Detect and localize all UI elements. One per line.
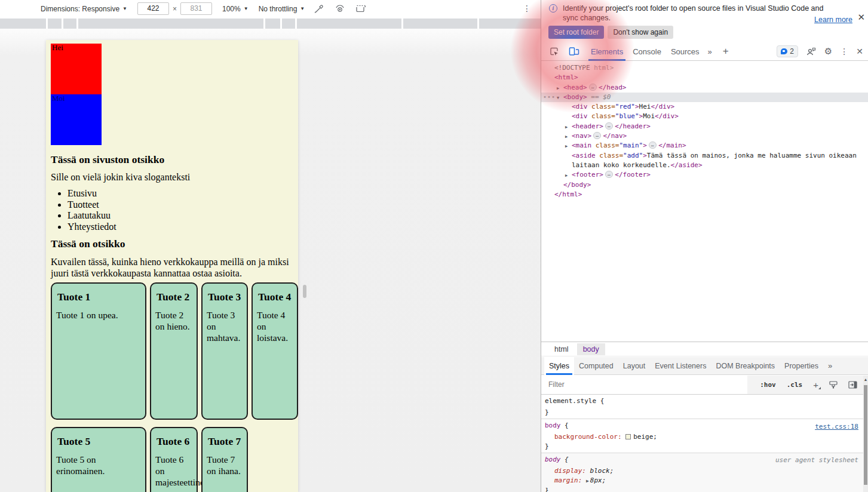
elements-breadcrumb: html body [541,342,868,356]
height-input[interactable]: 831 [180,2,212,15]
device-toolbar-menu-icon[interactable]: ⋮ [523,4,531,13]
set-root-folder-button[interactable]: Set root folder [548,26,604,39]
page-viewport[interactable]: Hei Moi Tässä on sivuston otsikko Sille … [46,40,298,492]
product-text: Tuote 3 on mahtava. [206,309,244,343]
tab-sources[interactable]: Sources [671,42,700,61]
device-toolbar-toggle-icon[interactable] [569,46,579,57]
expand-arrow-open-icon[interactable]: ▼ [557,93,559,103]
dom-tree-node[interactable]: laitaan koko korkeudelle.</aside> [541,161,868,170]
styles-tab-properties[interactable]: Properties [780,357,823,375]
width-input[interactable]: 422 [137,2,169,15]
open-panel-icon[interactable] [848,381,857,389]
new-style-rule-icon[interactable]: + [813,380,818,390]
dom-tree-node[interactable]: ▶<header>…</header> [541,122,868,131]
toggle-cls-button[interactable]: .cls [787,381,803,389]
collapsed-content-icon: … [605,171,613,178]
scrollbar-thumb[interactable] [864,385,867,485]
product-title: Tuote 6 [154,435,194,448]
css-selector[interactable]: body [545,456,561,463]
expand-arrow-icon[interactable]: ▶ [565,142,568,151]
infobar-close-icon[interactable]: ✕ [857,12,865,23]
css-selector[interactable]: body [545,422,561,429]
dom-tree-node[interactable]: <aside class="add">Tämä tässä on mainos,… [541,151,868,161]
add-tab-icon[interactable]: + [723,45,729,57]
screenshot-icon[interactable] [355,4,366,13]
dimensions-caret-icon: ▼ [122,6,127,11]
settings-gear-icon[interactable]: ⚙ [824,46,832,57]
styles-scrollbar[interactable]: ▲ [863,376,868,492]
css-rule[interactable]: body {user agent stylesheetdisplay: bloc… [541,453,863,492]
styles-tab-computed[interactable]: Computed [574,357,618,375]
css-property[interactable]: background-color: beige; [541,432,863,442]
issues-counter[interactable]: 2 [777,45,798,57]
node-menu-dots-icon[interactable]: ••• [543,93,556,102]
feedback-icon[interactable] [806,47,817,56]
stylesheet-link[interactable]: test.css:18 [815,423,858,430]
product-card: Tuote 4Tuote 4 on loistava. [251,282,298,420]
expand-arrow-icon[interactable]: ▶ [557,84,559,93]
learn-more-link[interactable]: Learn more [814,16,852,24]
dom-tree-node[interactable]: <!DOCTYPE html> [541,63,868,73]
css-selector[interactable]: element.style [545,397,596,405]
css-rule[interactable]: body {test.css:18background-color: beige… [541,419,863,453]
dom-tree-node[interactable]: <html> [541,73,868,82]
dont-show-again-button[interactable]: Don't show again [608,26,673,39]
viewport-scrollbar-thumb[interactable] [303,285,306,298]
css-property[interactable]: display: block; [541,466,863,476]
blue-div: Moi [51,94,102,145]
expand-arrow-icon[interactable]: ▶ [565,122,568,132]
devtools-menu-icon[interactable]: ⋮ [840,47,848,56]
collapsed-content-icon: … [593,132,601,139]
styles-tab-styles[interactable]: Styles [544,357,574,375]
product-title: Tuote 3 [206,291,244,303]
dom-tree-node[interactable]: ▶<footer>…</footer> [541,170,868,180]
product-text: Tuote 1 on upea. [55,309,142,321]
expand-value-icon[interactable]: ▶ [586,477,589,485]
dom-tree-node[interactable]: </html> [541,190,868,199]
dimensions-label[interactable]: Dimensions: Responsive [41,5,119,13]
product-card: Tuote 7Tuote 7 on ihana. [201,427,248,492]
tab-console[interactable]: Console [633,42,661,61]
toggle-hov-button[interactable]: :hov [760,381,776,389]
dom-tree-node[interactable]: •••▼<body> == $0 [541,93,868,102]
vision-deficiency-icon[interactable] [335,5,345,13]
dom-tree-node[interactable]: <div class="red">Hei</div> [541,102,868,112]
css-property[interactable]: margin: ▶8px; [541,476,863,486]
dom-tree-node[interactable]: ▶<main class="main">…</main> [541,141,868,150]
styles-tab-dom-breakpoints[interactable]: DOM Breakpoints [711,357,780,375]
styles-tab-layout[interactable]: Layout [618,357,651,375]
tab-elements[interactable]: Elements [591,42,623,61]
device-emulation-pane: Dimensions: Responsive ▼ 422 × 831 100%▼… [0,0,541,492]
breadcrumb-html[interactable]: html [554,345,569,353]
dom-tree-node[interactable]: </body> [541,180,868,190]
scrollbar-up-arrow[interactable]: ▲ [863,377,868,382]
breadcrumb-body[interactable]: body [577,343,605,355]
nav-list-item: Etusivu [68,188,293,199]
expand-arrow-icon[interactable]: ▶ [565,132,568,142]
color-swatch[interactable] [625,434,631,439]
styles-tab-event-listeners[interactable]: Event Listeners [650,357,711,375]
throttling-select[interactable]: No throttling▼ [259,5,305,13]
times-separator: × [173,5,177,13]
devtools-tabbar: Elements Console Sources » + 2 ⚙ ⋮ ✕ [541,42,868,61]
styles-filter-bar: Filter :hov .cls + [541,376,863,395]
zoom-select[interactable]: 100%▼ [222,5,249,13]
stylesheet-origin-label: user agent stylesheet [775,456,858,464]
media-query-ruler[interactable] [0,19,541,29]
dom-tree-node[interactable]: ▶<nav>…</nav> [541,131,868,141]
rendering-emulation-icon[interactable] [829,381,838,389]
styles-filter-input[interactable]: Filter [541,376,747,394]
product-card: Tuote 5Tuote 5 on erinomainen. [51,427,146,492]
dom-tree-node[interactable]: <div class="blue">Moi</div> [541,112,868,121]
expand-arrow-icon[interactable]: ▶ [565,171,568,180]
css-rule[interactable]: element.style {} [541,395,863,419]
more-tabs-icon[interactable]: » [708,47,711,56]
more-styles-tabs-icon[interactable]: » [828,361,831,370]
eyedropper-icon[interactable] [314,4,324,14]
dom-tree-node[interactable]: ▶<head>…</head> [541,83,868,93]
nav-list-item: Yhteystiedot [68,222,293,233]
product-card: Tuote 3Tuote 3 on mahtava. [201,282,248,420]
devtools-close-icon[interactable]: ✕ [856,47,863,56]
elements-tree: <!DOCTYPE html><html>▶<head>…</head>•••▼… [541,61,868,199]
inspect-element-icon[interactable] [548,46,559,57]
